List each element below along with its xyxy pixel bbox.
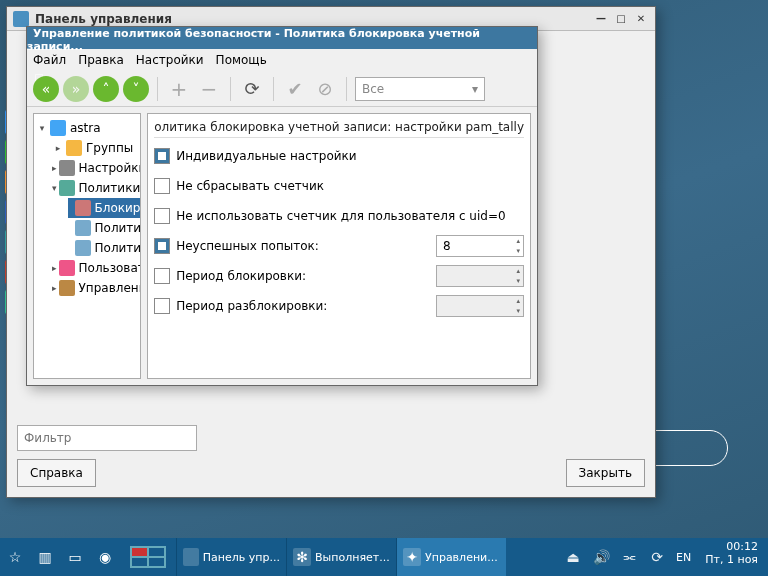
app-icon: ✦: [403, 548, 421, 566]
folder-icon: [66, 140, 82, 156]
shield-icon: [59, 180, 75, 196]
fail-attempts-spinbox[interactable]: 8: [436, 235, 524, 257]
clock-time: 00:12: [705, 540, 758, 553]
minimize-icon[interactable]: —: [593, 11, 609, 27]
page-icon: [75, 240, 91, 256]
cancel-icon[interactable]: ⊘: [312, 76, 338, 102]
task-running[interactable]: ✻Выполняет...: [286, 538, 396, 576]
unlock-period-spinbox[interactable]: [436, 295, 524, 317]
disk-icon: [59, 280, 75, 296]
cb-no-reset[interactable]: [154, 178, 170, 194]
tree-node-lock[interactable]: ▸Блокировка: [68, 198, 140, 218]
nav-fwd-icon[interactable]: »: [63, 76, 89, 102]
browser[interactable]: ◉: [90, 538, 120, 576]
tree-node-create-policy[interactable]: ▸Политика создания пол...: [68, 238, 140, 258]
folder-icon: ▭: [66, 548, 84, 566]
tree-node-host[interactable]: ▾astra: [36, 118, 140, 138]
clock-date: Пт, 1 ноя: [705, 553, 758, 566]
nav-down-icon[interactable]: ˅: [123, 76, 149, 102]
filter-combo[interactable]: Все ▾: [355, 77, 485, 101]
tree-node-users[interactable]: ▸Пользователи: [52, 258, 140, 278]
taskbar: ☆ ▥ ▭ ◉ Панель упр... ✻Выполняет... ✦Упр…: [0, 538, 768, 576]
nav-up-icon[interactable]: ˄: [93, 76, 119, 102]
cb-fail-attempts[interactable]: [154, 238, 170, 254]
desktop-icon: ▥: [36, 548, 54, 566]
users-icon: [59, 260, 75, 276]
refresh-icon[interactable]: ⟳: [239, 76, 265, 102]
tree-node-policies[interactable]: ▾Политики учетной записи: [52, 178, 140, 198]
add-icon[interactable]: +: [166, 76, 192, 102]
form-title: олитика блокировка учетной записи: настр…: [154, 120, 524, 138]
chevron-down-icon: ▾: [472, 82, 478, 96]
desktop-switcher[interactable]: [120, 538, 176, 576]
tree-node-password-policy[interactable]: ▸Политика паролей: [68, 218, 140, 238]
app-icon: [13, 11, 29, 27]
app-icon: [183, 548, 199, 566]
globe-icon: ◉: [96, 548, 114, 566]
usb-icon[interactable]: ⏏: [564, 548, 582, 566]
close-button[interactable]: Закрыть: [566, 459, 645, 487]
close-icon[interactable]: ✕: [633, 11, 649, 27]
toolbar: « » ˄ ˅ + − ⟳ ✔ ⊘ Все ▾: [27, 71, 537, 107]
task-control-panel[interactable]: Панель упр...: [176, 538, 286, 576]
start-button[interactable]: ☆: [0, 538, 30, 576]
tree-node-security[interactable]: ▸Настройки безопасности: [52, 158, 140, 178]
tree-node-quotas[interactable]: ▸Управление квотами: [52, 278, 140, 298]
child-titlebar[interactable]: Управление политикой безопасности - Поли…: [27, 27, 537, 49]
gear-icon: [59, 160, 75, 176]
menu-edit[interactable]: Правка: [78, 53, 124, 67]
host-icon: [50, 120, 66, 136]
show-desktop[interactable]: ▥: [30, 538, 60, 576]
security-policy-window: Управление политикой безопасности - Поли…: [26, 26, 538, 386]
volume-icon[interactable]: 🔊: [592, 548, 610, 566]
clock[interactable]: 00:12 Пт, 1 ноя: [699, 538, 768, 576]
menu-settings[interactable]: Настройки: [136, 53, 204, 67]
nav-back-icon[interactable]: «: [33, 76, 59, 102]
updates-icon[interactable]: ⟳: [648, 548, 666, 566]
menubar: Файл Правка Настройки Помощь: [27, 49, 537, 71]
star-icon: ☆: [6, 548, 24, 566]
maximize-icon[interactable]: □: [613, 11, 629, 27]
cb-lock-period[interactable]: [154, 268, 170, 284]
apply-icon[interactable]: ✔: [282, 76, 308, 102]
lock-period-spinbox[interactable]: [436, 265, 524, 287]
keyboard-lang[interactable]: EN: [676, 551, 691, 564]
filter-input[interactable]: [17, 425, 197, 451]
filter-combo-value: Все: [362, 82, 384, 96]
tree-node-groups[interactable]: ▸Группы: [52, 138, 140, 158]
lock-icon: [75, 200, 91, 216]
cb-individual[interactable]: [154, 148, 170, 164]
cb-no-root[interactable]: [154, 208, 170, 224]
run-icon: ✻: [293, 548, 311, 566]
help-button[interactable]: Справка: [17, 459, 96, 487]
file-manager[interactable]: ▭: [60, 538, 90, 576]
page-icon: [75, 220, 91, 236]
menu-file[interactable]: Файл: [33, 53, 66, 67]
remove-icon[interactable]: −: [196, 76, 222, 102]
parent-title: Панель управления: [35, 12, 172, 26]
form-pane: олитика блокировка учетной записи: настр…: [147, 113, 531, 379]
tree-pane[interactable]: ▾astra ▸Группы ▸Настройки безопасности ▾…: [33, 113, 141, 379]
system-tray: ⏏ 🔊 ⫘ ⟳ EN: [556, 538, 699, 576]
cb-unlock-period[interactable]: [154, 298, 170, 314]
network-icon[interactable]: ⫘: [620, 548, 638, 566]
task-security[interactable]: ✦Управлени...: [396, 538, 506, 576]
menu-help[interactable]: Помощь: [216, 53, 267, 67]
